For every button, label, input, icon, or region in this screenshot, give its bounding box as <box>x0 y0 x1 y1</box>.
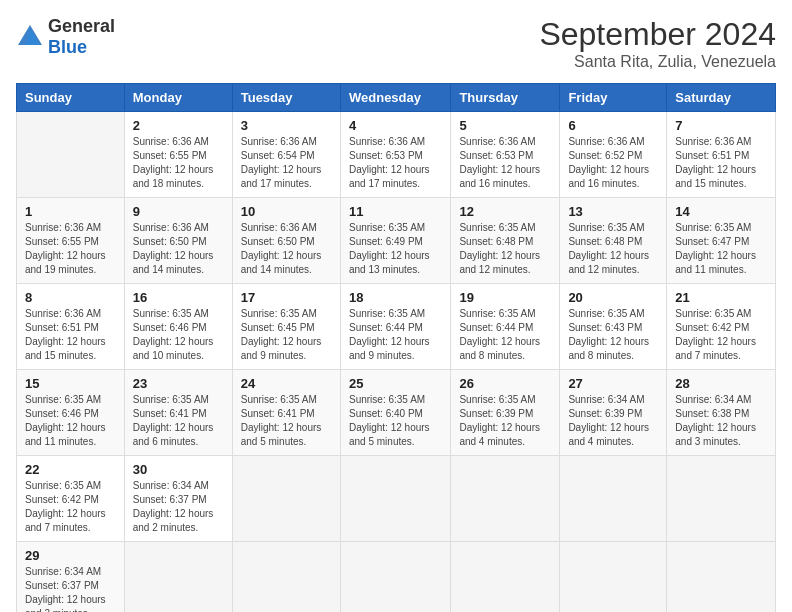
calendar-cell <box>451 456 560 542</box>
day-info: Sunrise: 6:35 AM Sunset: 6:42 PM Dayligh… <box>675 307 767 363</box>
calendar-row: 22Sunrise: 6:35 AM Sunset: 6:42 PM Dayli… <box>17 456 776 542</box>
title-section: September 2024 Santa Rita, Zulia, Venezu… <box>539 16 776 71</box>
calendar-cell: 24Sunrise: 6:35 AM Sunset: 6:41 PM Dayli… <box>232 370 340 456</box>
day-number: 9 <box>133 204 224 219</box>
col-sunday: Sunday <box>17 84 125 112</box>
location-title: Santa Rita, Zulia, Venezuela <box>539 53 776 71</box>
calendar-cell <box>667 542 776 613</box>
calendar-cell: 18Sunrise: 6:35 AM Sunset: 6:44 PM Dayli… <box>340 284 450 370</box>
day-info: Sunrise: 6:35 AM Sunset: 6:41 PM Dayligh… <box>241 393 332 449</box>
calendar-cell <box>124 542 232 613</box>
calendar-cell: 20Sunrise: 6:35 AM Sunset: 6:43 PM Dayli… <box>560 284 667 370</box>
day-number: 15 <box>25 376 116 391</box>
calendar-table: Sunday Monday Tuesday Wednesday Thursday… <box>16 83 776 612</box>
day-info: Sunrise: 6:34 AM Sunset: 6:37 PM Dayligh… <box>25 565 116 612</box>
day-number: 25 <box>349 376 442 391</box>
day-info: Sunrise: 6:36 AM Sunset: 6:53 PM Dayligh… <box>349 135 442 191</box>
calendar-cell: 9Sunrise: 6:36 AM Sunset: 6:50 PM Daylig… <box>124 198 232 284</box>
day-info: Sunrise: 6:35 AM Sunset: 6:46 PM Dayligh… <box>25 393 116 449</box>
calendar-cell: 2Sunrise: 6:36 AM Sunset: 6:55 PM Daylig… <box>124 112 232 198</box>
calendar-cell: 7Sunrise: 6:36 AM Sunset: 6:51 PM Daylig… <box>667 112 776 198</box>
col-saturday: Saturday <box>667 84 776 112</box>
day-number: 1 <box>25 204 116 219</box>
day-info: Sunrise: 6:35 AM Sunset: 6:46 PM Dayligh… <box>133 307 224 363</box>
day-number: 4 <box>349 118 442 133</box>
day-info: Sunrise: 6:35 AM Sunset: 6:42 PM Dayligh… <box>25 479 116 535</box>
calendar-cell: 29Sunrise: 6:34 AM Sunset: 6:37 PM Dayli… <box>17 542 125 613</box>
day-number: 7 <box>675 118 767 133</box>
day-number: 12 <box>459 204 551 219</box>
day-number: 5 <box>459 118 551 133</box>
calendar-row: 15Sunrise: 6:35 AM Sunset: 6:46 PM Dayli… <box>17 370 776 456</box>
col-tuesday: Tuesday <box>232 84 340 112</box>
day-number: 29 <box>25 548 116 563</box>
calendar-cell: 8Sunrise: 6:36 AM Sunset: 6:51 PM Daylig… <box>17 284 125 370</box>
calendar-cell <box>560 542 667 613</box>
calendar-cell: 28Sunrise: 6:34 AM Sunset: 6:38 PM Dayli… <box>667 370 776 456</box>
calendar-cell: 22Sunrise: 6:35 AM Sunset: 6:42 PM Dayli… <box>17 456 125 542</box>
day-number: 22 <box>25 462 116 477</box>
calendar-cell <box>340 456 450 542</box>
day-info: Sunrise: 6:36 AM Sunset: 6:55 PM Dayligh… <box>25 221 116 277</box>
logo-general: General <box>48 16 115 36</box>
calendar-row: 2Sunrise: 6:36 AM Sunset: 6:55 PM Daylig… <box>17 112 776 198</box>
day-info: Sunrise: 6:36 AM Sunset: 6:50 PM Dayligh… <box>133 221 224 277</box>
calendar-cell: 16Sunrise: 6:35 AM Sunset: 6:46 PM Dayli… <box>124 284 232 370</box>
day-number: 3 <box>241 118 332 133</box>
day-number: 26 <box>459 376 551 391</box>
day-number: 16 <box>133 290 224 305</box>
day-number: 17 <box>241 290 332 305</box>
calendar-cell: 1Sunrise: 6:36 AM Sunset: 6:55 PM Daylig… <box>17 198 125 284</box>
calendar-cell: 17Sunrise: 6:35 AM Sunset: 6:45 PM Dayli… <box>232 284 340 370</box>
calendar-cell: 21Sunrise: 6:35 AM Sunset: 6:42 PM Dayli… <box>667 284 776 370</box>
day-number: 10 <box>241 204 332 219</box>
day-info: Sunrise: 6:35 AM Sunset: 6:44 PM Dayligh… <box>459 307 551 363</box>
day-number: 24 <box>241 376 332 391</box>
day-info: Sunrise: 6:36 AM Sunset: 6:52 PM Dayligh… <box>568 135 658 191</box>
day-number: 14 <box>675 204 767 219</box>
calendar-cell: 26Sunrise: 6:35 AM Sunset: 6:39 PM Dayli… <box>451 370 560 456</box>
calendar-cell: 10Sunrise: 6:36 AM Sunset: 6:50 PM Dayli… <box>232 198 340 284</box>
day-info: Sunrise: 6:36 AM Sunset: 6:55 PM Dayligh… <box>133 135 224 191</box>
col-friday: Friday <box>560 84 667 112</box>
calendar-cell <box>451 542 560 613</box>
day-info: Sunrise: 6:36 AM Sunset: 6:51 PM Dayligh… <box>25 307 116 363</box>
calendar-cell <box>232 542 340 613</box>
day-number: 6 <box>568 118 658 133</box>
col-monday: Monday <box>124 84 232 112</box>
day-number: 30 <box>133 462 224 477</box>
day-number: 8 <box>25 290 116 305</box>
calendar-row: 29Sunrise: 6:34 AM Sunset: 6:37 PM Dayli… <box>17 542 776 613</box>
day-number: 19 <box>459 290 551 305</box>
col-wednesday: Wednesday <box>340 84 450 112</box>
day-info: Sunrise: 6:35 AM Sunset: 6:48 PM Dayligh… <box>459 221 551 277</box>
day-info: Sunrise: 6:34 AM Sunset: 6:38 PM Dayligh… <box>675 393 767 449</box>
day-info: Sunrise: 6:36 AM Sunset: 6:51 PM Dayligh… <box>675 135 767 191</box>
month-title: September 2024 <box>539 16 776 53</box>
calendar-cell: 3Sunrise: 6:36 AM Sunset: 6:54 PM Daylig… <box>232 112 340 198</box>
calendar-row: 1Sunrise: 6:36 AM Sunset: 6:55 PM Daylig… <box>17 198 776 284</box>
calendar-cell <box>340 542 450 613</box>
day-number: 2 <box>133 118 224 133</box>
calendar-cell: 6Sunrise: 6:36 AM Sunset: 6:52 PM Daylig… <box>560 112 667 198</box>
day-info: Sunrise: 6:35 AM Sunset: 6:40 PM Dayligh… <box>349 393 442 449</box>
calendar-cell <box>17 112 125 198</box>
day-info: Sunrise: 6:35 AM Sunset: 6:43 PM Dayligh… <box>568 307 658 363</box>
day-info: Sunrise: 6:36 AM Sunset: 6:53 PM Dayligh… <box>459 135 551 191</box>
day-number: 11 <box>349 204 442 219</box>
calendar-cell: 14Sunrise: 6:35 AM Sunset: 6:47 PM Dayli… <box>667 198 776 284</box>
calendar-header-row: Sunday Monday Tuesday Wednesday Thursday… <box>17 84 776 112</box>
calendar-cell: 30Sunrise: 6:34 AM Sunset: 6:37 PM Dayli… <box>124 456 232 542</box>
calendar-cell: 15Sunrise: 6:35 AM Sunset: 6:46 PM Dayli… <box>17 370 125 456</box>
day-number: 21 <box>675 290 767 305</box>
day-number: 28 <box>675 376 767 391</box>
day-info: Sunrise: 6:35 AM Sunset: 6:41 PM Dayligh… <box>133 393 224 449</box>
page-header: General Blue September 2024 Santa Rita, … <box>16 16 776 71</box>
calendar-cell <box>232 456 340 542</box>
logo: General Blue <box>16 16 115 58</box>
logo-text: General Blue <box>48 16 115 58</box>
calendar-cell: 5Sunrise: 6:36 AM Sunset: 6:53 PM Daylig… <box>451 112 560 198</box>
day-info: Sunrise: 6:36 AM Sunset: 6:54 PM Dayligh… <box>241 135 332 191</box>
logo-icon <box>16 23 44 51</box>
day-info: Sunrise: 6:35 AM Sunset: 6:44 PM Dayligh… <box>349 307 442 363</box>
